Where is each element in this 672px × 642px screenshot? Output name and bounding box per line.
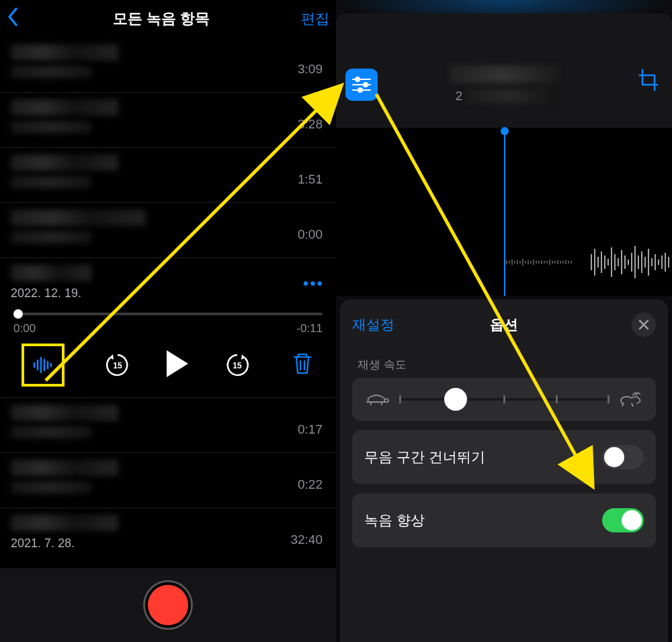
duration-label: 0:22 — [298, 477, 323, 492]
recordings-list[interactable]: 3:09 3:28 1:51 0:00 2022. 12. 19. — [0, 38, 336, 563]
duration-label: 0:00 — [298, 227, 323, 242]
skip-forward-15-button[interactable]: 15 — [223, 351, 251, 379]
record-bar — [0, 568, 336, 642]
recording-subtitle — [11, 426, 91, 438]
recording-subtitle — [11, 481, 91, 493]
list-item[interactable]: 0:17 — [0, 398, 336, 453]
skip-silence-toggle[interactable] — [602, 445, 644, 469]
subtitle-prefix: 2 — [456, 89, 463, 104]
rabbit-icon — [617, 391, 644, 407]
sliders-icon — [351, 77, 372, 93]
list-item[interactable]: 2021. 7. 28. 32:40 — [0, 508, 336, 563]
playback-settings-button[interactable] — [345, 69, 378, 101]
close-icon — [638, 319, 649, 330]
recording-title — [11, 210, 145, 226]
svg-point-11 — [364, 83, 368, 87]
recording-subtitle: 2 — [456, 89, 553, 104]
waveform-icon — [32, 355, 54, 375]
svg-text:15: 15 — [233, 361, 242, 370]
list-item[interactable]: 0:00 — [0, 203, 336, 258]
skip-silence-label: 무음 구간 건너뛰기 — [364, 448, 485, 467]
speed-slider[interactable] — [399, 398, 607, 401]
recording-title — [11, 265, 91, 281]
duration-label: 3:28 — [298, 117, 323, 132]
back-button[interactable] — [7, 7, 27, 31]
list-item[interactable]: 3:09 — [0, 38, 336, 93]
sheet-title: 옵션 — [490, 315, 518, 334]
progress-slider[interactable] — [13, 313, 323, 315]
speed-section-label: 재생 속도 — [358, 357, 656, 372]
record-button[interactable] — [145, 582, 191, 628]
elapsed-time: 0:00 — [13, 322, 36, 335]
recording-title — [11, 405, 118, 421]
remaining-time: -0:11 — [296, 322, 323, 335]
recording-title — [450, 66, 558, 83]
progress-times: 0:00 -0:11 — [13, 322, 323, 335]
delete-button[interactable] — [292, 352, 313, 378]
list-item[interactable]: 0:22 — [0, 453, 336, 508]
recording-subtitle — [11, 176, 91, 188]
recording-date: 2022. 12. 19. — [11, 286, 325, 300]
waveform-icon — [504, 242, 672, 282]
duration-label: 3:09 — [298, 62, 323, 77]
progress-thumb[interactable] — [13, 309, 23, 319]
recording-subtitle — [11, 121, 91, 133]
playback-controls: 15 15 — [11, 335, 325, 388]
recording-title — [11, 515, 118, 531]
trim-button[interactable] — [637, 69, 660, 94]
recording-date: 2021. 7. 28. — [11, 536, 325, 551]
list-item[interactable]: 1:51 — [0, 148, 336, 203]
page-title: 모든 녹음 항목 — [27, 9, 296, 29]
recording-title — [11, 99, 118, 116]
edit-header: 2 — [336, 13, 672, 128]
waveform-area[interactable] — [336, 128, 672, 296]
options-sheet: 재설정 옵션 재생 속도 — [340, 299, 668, 642]
recording-subtitle — [11, 231, 91, 243]
recording-title — [11, 460, 118, 476]
edit-button[interactable]: 편집 — [296, 9, 329, 28]
svg-point-13 — [358, 88, 362, 92]
enhance-recording-label: 녹음 향상 — [364, 511, 425, 530]
recording-subtitle — [11, 66, 91, 78]
svg-point-9 — [355, 77, 360, 81]
more-button[interactable]: ••• — [303, 274, 324, 293]
duration-label: 32:40 — [290, 532, 323, 547]
svg-text:15: 15 — [113, 361, 122, 370]
turtle-icon — [364, 391, 390, 407]
speed-slider-thumb[interactable] — [444, 388, 467, 411]
close-button[interactable] — [632, 313, 656, 337]
recording-title — [11, 155, 118, 171]
options-button[interactable] — [23, 345, 63, 385]
duration-label: 0:17 — [298, 422, 323, 437]
crop-icon — [637, 69, 660, 91]
recordings-list-screen: 모든 녹음 항목 편집 3:09 3:28 1:51 0:0 — [0, 0, 336, 642]
skip-back-15-button[interactable]: 15 — [103, 351, 132, 379]
recording-title — [11, 44, 118, 61]
duration-label: 1:51 — [298, 172, 323, 187]
play-button[interactable] — [164, 349, 191, 381]
list-item-selected[interactable]: 2022. 12. 19. ••• 0:00 -0:11 — [0, 258, 336, 398]
reset-button[interactable]: 재설정 — [352, 315, 394, 334]
list-item[interactable]: 3:28 — [0, 93, 336, 148]
enhance-recording-toggle[interactable] — [602, 508, 644, 532]
skip-silence-row: 무음 구간 건너뛰기 — [352, 430, 656, 484]
enhance-recording-row: 녹음 향상 — [352, 493, 656, 547]
recording-edit-screen: 2 — [336, 0, 672, 642]
header: 모든 녹음 항목 편집 — [0, 0, 336, 38]
speed-slider-card — [352, 378, 656, 421]
